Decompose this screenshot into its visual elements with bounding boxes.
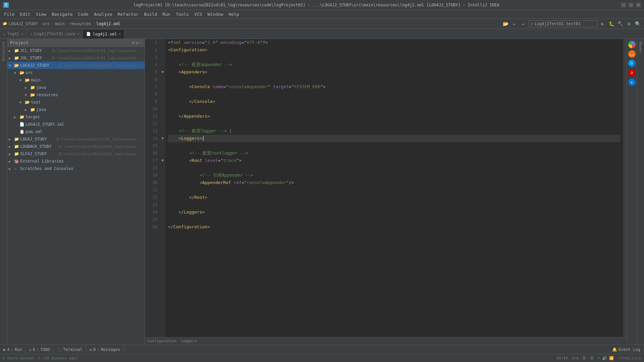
line-num-25: 25	[145, 216, 160, 223]
sidebar-item-target[interactable]: ▶ 📁 target	[7, 113, 145, 121]
firefox-icon[interactable]: 🦊	[628, 50, 636, 58]
sync-icon[interactable]: ⟳	[132, 41, 135, 45]
tab-close-log4j[interactable]: ✕	[21, 32, 23, 36]
nav-item-main[interactable]: main	[55, 21, 65, 26]
sidebar-item-pom[interactable]: ▶ 📋 pom.xml	[7, 128, 145, 135]
menu-build[interactable]: Build	[141, 11, 160, 17]
code-line-12	[168, 120, 621, 127]
opera-icon[interactable]: O	[628, 69, 636, 76]
menu-view[interactable]: View	[33, 11, 49, 17]
sidebar-item-logback[interactable]: ▶ 📁 LOGBACK_STUDY D:\teach\course2021vd\…	[7, 143, 145, 150]
line-num-23: 23	[145, 201, 160, 208]
nav-back-icon[interactable]: ←	[511, 20, 518, 27]
minimize-button[interactable]: —	[621, 3, 626, 7]
edge-icon[interactable]: e	[628, 78, 636, 86]
debug-button[interactable]: 🐛	[608, 20, 615, 27]
tab-log4j[interactable]: ☕ log4j ✕	[0, 29, 27, 39]
line-num-9: 9	[145, 98, 160, 105]
fold-btn-22	[160, 194, 165, 201]
tab-xml-icon: 📄	[86, 32, 91, 36]
menu-help[interactable]: Help	[226, 11, 242, 17]
run-config-selector[interactable]: ▶ Log4j2TestO1.test01	[528, 20, 598, 27]
sidebar-item-slf4j[interactable]: ▶ 📁 SLF4J_STUDY D:\teach\course2021vd\01…	[7, 150, 145, 158]
settings-button[interactable]: ⚙	[625, 20, 633, 27]
bottom-tab-bar: ▶ 4: Run ☑ 6: TODO ⬛ Terminal ✉ 0: Messa…	[0, 345, 644, 354]
fold-btn-14[interactable]: ▼	[160, 135, 165, 142]
gear-icon[interactable]: ⚙	[136, 41, 139, 45]
fold-btn-5[interactable]: ▼	[160, 68, 165, 76]
sidebar-item-jcl[interactable]: ▶ 📁 JCL_STUDY D:\teach\course2021vd\01_l…	[7, 47, 145, 54]
structure-label[interactable]: Structure	[1, 39, 6, 64]
menu-window[interactable]: Window	[205, 11, 226, 17]
menu-file[interactable]: File	[1, 11, 17, 17]
menu-refactor[interactable]: Refactor	[115, 11, 142, 17]
menu-tools[interactable]: Tools	[173, 11, 192, 17]
tab-close-log4j2test[interactable]: ✕	[77, 32, 79, 36]
tab-terminal[interactable]: ⬛ Terminal	[54, 345, 86, 354]
arrow-icon: ▶	[9, 49, 14, 53]
chrome-icon[interactable]	[628, 41, 636, 48]
terminal-tab-icon: ⬛	[57, 347, 62, 352]
arrow-icon: ▶	[9, 56, 14, 60]
fold-btn-11	[160, 113, 165, 120]
fold-gutter: ▼ ▼ ▼	[160, 39, 165, 337]
fold-btn-2[interactable]	[160, 46, 165, 54]
nav-item-project[interactable]: LOG4J2_STUDY	[9, 21, 38, 26]
tab-log4j2xml[interactable]: 📄 log4j2.xml ✕	[83, 29, 124, 39]
menu-edit[interactable]: Edit	[17, 11, 33, 17]
sidebar-item-log4j[interactable]: ▶ 📁 LOG4J_STUDY D:\teach\course2021vd\01…	[7, 135, 145, 143]
arrow-icon: ▶	[9, 160, 14, 163]
nav-folder-icon[interactable]: 📂	[502, 20, 509, 27]
tab-close-log4j2xml[interactable]: ✕	[119, 32, 121, 36]
event-log-tab[interactable]: 🔔 Event Log	[609, 345, 644, 354]
fold-btn-18	[160, 164, 165, 172]
tab-messages[interactable]: ✉ 0: Messages	[86, 345, 124, 354]
sidebar-item-test-java[interactable]: ▶ 📁 java	[7, 106, 145, 113]
fold-btn-17[interactable]: ▼	[160, 157, 165, 164]
tab-log4j2test[interactable]: ☕ Log4j2Test01.java ✕	[27, 29, 83, 39]
nav-item-file[interactable]: log4j2.xml	[96, 21, 120, 26]
sidebar-item-test[interactable]: ▼ 📂 test	[7, 99, 145, 106]
code-line-18	[168, 164, 621, 172]
maximize-button[interactable]: □	[629, 3, 633, 7]
line-num-24: 24	[145, 208, 160, 216]
fold-btn-15	[160, 142, 165, 149]
sidebar-item-scratches[interactable]: ▶ ✏ Scratches and Consoles	[7, 165, 145, 172]
menu-analyze[interactable]: Analyze	[91, 11, 115, 17]
sidebar-item-java[interactable]: ▶ 📁 java	[7, 84, 145, 91]
far-left-panel: Structure	[0, 39, 7, 345]
code-view[interactable]: 1 2 3 4 5 6 7 8 9 10 11 12 13 14 15 16 1…	[145, 39, 627, 337]
search-everywhere-button[interactable]: 🔍	[634, 20, 641, 27]
breadcrumb-loggers[interactable]: Loggers	[181, 339, 197, 343]
opera-mini-icon[interactable]: O	[628, 60, 636, 67]
menu-vcs[interactable]: VCS	[192, 11, 205, 17]
tab-run[interactable]: ▶ 4: Run	[0, 345, 25, 354]
nav-item-resources[interactable]: resources	[69, 21, 91, 26]
sidebar-item-iml[interactable]: ▶ 📄 LOG4J2_STUDY.iml	[7, 121, 145, 128]
build-button[interactable]: 🔨	[616, 20, 624, 27]
fold-btn-1[interactable]	[160, 39, 165, 46]
menu-run[interactable]: Run	[160, 11, 173, 17]
line-num-22: 22	[145, 194, 160, 201]
sidebar-item-main[interactable]: ▼ 📂 main	[7, 76, 145, 84]
maven-label[interactable]: Maven	[638, 39, 643, 55]
close-button[interactable]: ✕	[636, 3, 641, 7]
sidebar-item-log4j2[interactable]: ▼ 📂 LOG4J2_STUDY D:\teach\course2021vd\0…	[7, 62, 145, 69]
nav-forward-icon[interactable]: →	[520, 20, 527, 27]
minimize-sidebar-icon[interactable]: —	[140, 41, 142, 45]
title-bar: I logProject01 [D:\teach\course2021vd\01…	[0, 0, 644, 10]
nav-item-src[interactable]: src	[43, 21, 50, 26]
run-button[interactable]: ▶	[599, 20, 606, 27]
sidebar-item-external-libs[interactable]: ▶ 📚 External Libraries	[7, 158, 145, 165]
sidebar-item-jul[interactable]: ▶ 📁 JUL_STUDY D:\teach\course2021vd\01_l…	[7, 54, 145, 62]
line-num-16: 16	[145, 149, 160, 157]
breadcrumb-config[interactable]: Configuration	[148, 339, 176, 343]
todo-tab-icon: ☑	[29, 347, 31, 352]
sidebar-item-src[interactable]: ▼ 📂 src	[7, 69, 145, 76]
menu-navigate[interactable]: Navigate	[49, 11, 75, 17]
sidebar-item-resources[interactable]: ▼ 📂 resources	[7, 91, 145, 99]
vertical-scrollbar[interactable]	[623, 39, 627, 337]
tab-todo[interactable]: ☑ 6: TODO	[25, 345, 54, 354]
code-content[interactable]: <?xml version="1.0" encoding="UTF-8"?> <…	[165, 39, 623, 337]
menu-code[interactable]: Code	[75, 11, 91, 17]
